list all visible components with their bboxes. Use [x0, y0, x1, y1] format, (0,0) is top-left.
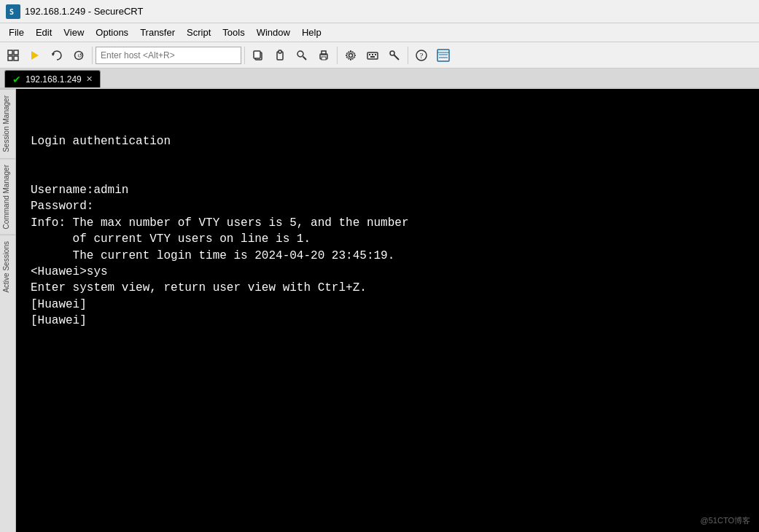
find-btn[interactable]: [292, 45, 312, 66]
menu-file[interactable]: File: [3, 26, 30, 39]
svg-rect-20: [369, 54, 370, 55]
toolbar: ↺ ?: [0, 42, 759, 69]
sidebar-command-manager[interactable]: Command Manager: [0, 158, 15, 235]
menu-help[interactable]: Help: [296, 26, 327, 39]
connect-sessions-btn[interactable]: [3, 45, 23, 66]
reconnect-btn[interactable]: [47, 45, 67, 66]
app-icon: S: [6, 4, 20, 19]
menu-edit[interactable]: Edit: [30, 26, 58, 39]
menu-view[interactable]: View: [58, 26, 90, 39]
copy-btn[interactable]: [248, 45, 268, 66]
svg-text:S: S: [9, 8, 14, 16]
menu-tools[interactable]: Tools: [217, 26, 250, 39]
svg-rect-17: [322, 57, 326, 60]
menu-options[interactable]: Options: [90, 26, 134, 39]
tab-bar: ✔ 192.168.1.249 ✕: [0, 69, 759, 89]
toolbar-sep-3: [337, 47, 338, 64]
sidebar-active-sessions[interactable]: Active Sessions: [0, 235, 15, 299]
main-layout: Session Manager Command Manager Active S…: [0, 89, 759, 532]
svg-text:?: ?: [420, 51, 424, 60]
svg-point-18: [349, 53, 353, 57]
tab-192-168-1-249[interactable]: ✔ 192.168.1.249 ✕: [4, 70, 101, 87]
tab-label: 192.168.1.249: [26, 74, 82, 85]
svg-rect-22: [375, 54, 376, 55]
svg-point-13: [297, 51, 303, 57]
svg-rect-2: [8, 50, 12, 55]
menu-transfer[interactable]: Transfer: [134, 26, 181, 39]
svg-rect-19: [367, 52, 378, 59]
settings-btn[interactable]: [340, 45, 361, 66]
keymap-btn[interactable]: [362, 45, 383, 66]
svg-rect-21: [372, 54, 373, 55]
left-sidebar: Session Manager Command Manager Active S…: [0, 89, 16, 532]
svg-rect-5: [14, 56, 18, 60]
tab-check-icon: ✔: [12, 74, 21, 85]
watermark: @51CTO博客: [701, 515, 750, 526]
toolbar-sep-4: [408, 47, 408, 64]
help-btn[interactable]: ?: [411, 45, 432, 66]
tab-close-btn[interactable]: ✕: [86, 74, 93, 84]
clone-btn[interactable]: ↺: [69, 45, 89, 66]
key-tool-btn[interactable]: [384, 45, 405, 66]
toolbar-sep-1: [92, 47, 93, 64]
sidebar-session-manager[interactable]: Session Manager: [0, 89, 15, 158]
menu-script[interactable]: Script: [181, 26, 217, 39]
svg-rect-10: [254, 51, 260, 58]
terminal-area[interactable]: Login authentication Username:admin Pass…: [16, 89, 759, 532]
svg-line-14: [303, 56, 307, 60]
menu-bar: FileEditViewOptionsTransferScriptToolsWi…: [0, 23, 759, 42]
svg-rect-16: [322, 51, 326, 55]
svg-point-24: [390, 51, 394, 55]
session-mgr-btn[interactable]: [433, 45, 454, 66]
title-bar: S 192.168.1.249 - SecureCRT: [0, 0, 759, 23]
svg-rect-4: [8, 56, 12, 60]
host-input[interactable]: [96, 47, 241, 64]
svg-marker-6: [31, 51, 39, 60]
print-btn[interactable]: [314, 45, 334, 66]
svg-line-25: [394, 55, 400, 60]
menu-window[interactable]: Window: [251, 26, 296, 39]
paste-btn[interactable]: [270, 45, 290, 66]
window-title: 192.168.1.249 - SecureCRT: [25, 6, 143, 17]
svg-rect-23: [370, 56, 375, 58]
svg-rect-31: [439, 57, 448, 58]
toolbar-sep-2: [244, 47, 245, 64]
quick-connect-btn[interactable]: [25, 45, 45, 66]
svg-rect-30: [439, 54, 448, 55]
svg-text:↺: ↺: [77, 52, 82, 59]
svg-rect-12: [279, 50, 281, 53]
svg-rect-3: [14, 50, 18, 55]
